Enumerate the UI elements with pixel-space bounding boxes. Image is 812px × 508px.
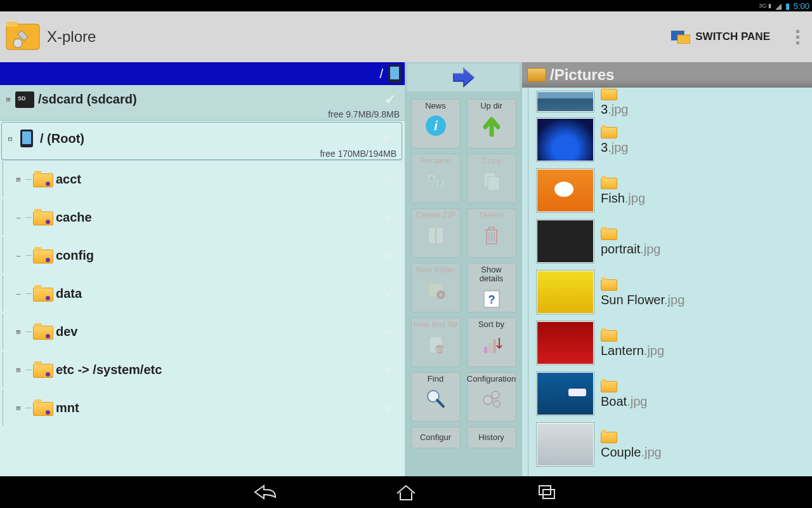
- file-row[interactable]: 3.jpg: [536, 89, 811, 114]
- folder-row[interactable]: ⊞ dev ✔: [3, 312, 405, 351]
- switch-pane-icon: [671, 30, 690, 44]
- file-label: Couple.jpg: [601, 430, 662, 460]
- sdcard-row[interactable]: ⊞ /sdcard (sdcard) ✔ free 9.7MB/9.8MB: [0, 85, 405, 121]
- svg-rect-12: [488, 177, 499, 190]
- folder-row[interactable]: ⊞ etc -> /system/etc ✔: [3, 351, 405, 389]
- check-icon[interactable]: ✔: [384, 285, 402, 302]
- svg-text:i: i: [434, 119, 438, 133]
- check-icon[interactable]: ✔: [381, 130, 399, 147]
- sort-icon: [479, 331, 504, 357]
- expand-icon[interactable]: ⊞: [11, 366, 25, 374]
- tool-config2-button[interactable]: Configur: [411, 427, 461, 448]
- right-path-bar[interactable]: /Pictures: [522, 62, 812, 88]
- right-file-list[interactable]: 3.jpg 3.jpg Fish.jpg portrait.jpg Sun Fl…: [522, 88, 812, 476]
- folder-row[interactable]: – config ✔: [3, 236, 405, 274]
- collapse-icon[interactable]: ⊟: [3, 135, 17, 143]
- thumbnail: [536, 168, 594, 213]
- config-icon: [479, 386, 504, 411]
- tool-delete-button[interactable]: Delete: [467, 208, 516, 258]
- tool-find-button[interactable]: Find: [411, 372, 461, 422]
- svg-rect-24: [493, 339, 496, 353]
- left-path-bar[interactable]: /: [0, 62, 405, 85]
- folder-icon: [33, 361, 52, 378]
- image-file-icon: [601, 379, 616, 392]
- file-row[interactable]: Sun Flower.jpg: [536, 267, 811, 318]
- file-row[interactable]: Fish.jpg: [536, 165, 811, 216]
- thumbnail: [536, 117, 594, 162]
- folder-row[interactable]: ⊞ acct ✔: [3, 160, 405, 198]
- expand-icon[interactable]: ⊞: [11, 328, 25, 336]
- expand-icon[interactable]: ⊞: [11, 404, 25, 412]
- switch-pane-label: SWITCH PANE: [695, 30, 770, 43]
- tool-rename-button[interactable]: RenameAB: [411, 154, 461, 203]
- folder-icon: [33, 285, 52, 302]
- root-row[interactable]: ⊟ / (Root) ✔ free 170MB/194MB: [1, 122, 402, 160]
- tool-history-button[interactable]: History: [467, 427, 516, 448]
- check-icon[interactable]: ✔: [384, 399, 402, 416]
- right-path-text: /Pictures: [550, 66, 614, 84]
- check-icon[interactable]: ✔: [384, 323, 402, 340]
- root-label: / (Root): [40, 131, 84, 146]
- tool-zip-button[interactable]: Create ZIP: [411, 208, 461, 258]
- check-icon[interactable]: ✔: [384, 361, 402, 378]
- tool-label: Copy: [481, 156, 501, 165]
- tool-newfolder-button[interactable]: New folder+: [411, 263, 461, 312]
- tool-updir-button[interactable]: Up dir: [467, 99, 516, 149]
- svg-text:NEW: NEW: [433, 347, 447, 353]
- back-button[interactable]: [252, 483, 278, 502]
- direction-arrow[interactable]: [407, 64, 520, 91]
- rename-icon: AB: [423, 168, 449, 193]
- file-row[interactable]: Boat.jpg: [536, 368, 811, 419]
- expand-icon[interactable]: –: [11, 213, 25, 222]
- file-label: 3.jpg: [601, 125, 628, 155]
- news-icon: i: [423, 113, 449, 138]
- check-icon[interactable]: ✔: [384, 171, 402, 187]
- file-label: portrait.jpg: [601, 227, 661, 257]
- expand-icon[interactable]: –: [11, 251, 25, 260]
- file-row[interactable]: portrait.jpg: [536, 216, 811, 267]
- home-button[interactable]: [393, 483, 419, 502]
- check-icon[interactable]: ✔: [384, 91, 402, 108]
- sdcard-free: free 9.7MB/9.8MB: [328, 109, 400, 119]
- overflow-menu-button[interactable]: [789, 30, 806, 44]
- check-icon[interactable]: ✔: [384, 209, 402, 225]
- folder-row[interactable]: – cache ✔: [3, 198, 405, 236]
- expand-icon[interactable]: ⊞: [1, 95, 15, 104]
- tool-details-button[interactable]: Show details?: [467, 263, 516, 312]
- folder-label: dev: [56, 324, 77, 339]
- folder-row[interactable]: ⊞ mnt ✔: [3, 389, 405, 427]
- file-row[interactable]: Couple.jpg: [536, 419, 811, 470]
- file-label: 3.jpg: [601, 88, 628, 117]
- folder-label: acct: [56, 172, 81, 187]
- action-bar: X-plore SWITCH PANE: [0, 11, 812, 62]
- tool-copy-button[interactable]: Copy: [467, 154, 516, 203]
- file-label: Fish.jpg: [601, 176, 645, 206]
- file-row[interactable]: 3.jpg: [536, 114, 811, 165]
- file-label: Sun Flower.jpg: [601, 277, 684, 307]
- image-file-icon: [601, 277, 616, 290]
- svg-point-26: [483, 396, 492, 404]
- left-file-list[interactable]: ⊞ /sdcard (sdcard) ✔ free 9.7MB/9.8MB ⊟ …: [0, 85, 405, 476]
- tool-config-button[interactable]: Configuration: [467, 372, 516, 422]
- tool-sort-button[interactable]: Sort by: [467, 318, 516, 367]
- switch-pane-button[interactable]: SWITCH PANE: [665, 26, 776, 48]
- expand-icon[interactable]: –: [11, 290, 25, 298]
- tool-label: History: [478, 433, 504, 442]
- svg-rect-22: [484, 347, 487, 353]
- tool-newtext-button[interactable]: New text fileNEW: [411, 318, 461, 367]
- image-file-icon: [601, 88, 616, 100]
- app-icon[interactable]: [4, 18, 42, 56]
- tool-label: Configuration: [467, 375, 516, 384]
- expand-icon[interactable]: ⊞: [11, 175, 25, 184]
- svg-text:?: ?: [488, 293, 495, 306]
- image-file-icon: [601, 227, 616, 239]
- tool-news-button[interactable]: Newsi: [411, 99, 461, 149]
- tool-label: New folder: [416, 265, 455, 274]
- recent-apps-button[interactable]: [534, 483, 560, 502]
- svg-point-2: [13, 39, 22, 48]
- folder-row[interactable]: – data ✔: [3, 274, 405, 312]
- file-row[interactable]: Lantern.jpg: [536, 318, 811, 368]
- android-status-bar: 3G ▮ ◢ ▮ 5:00: [0, 0, 812, 11]
- check-icon[interactable]: ✔: [384, 247, 402, 264]
- folder-label: data: [56, 286, 82, 301]
